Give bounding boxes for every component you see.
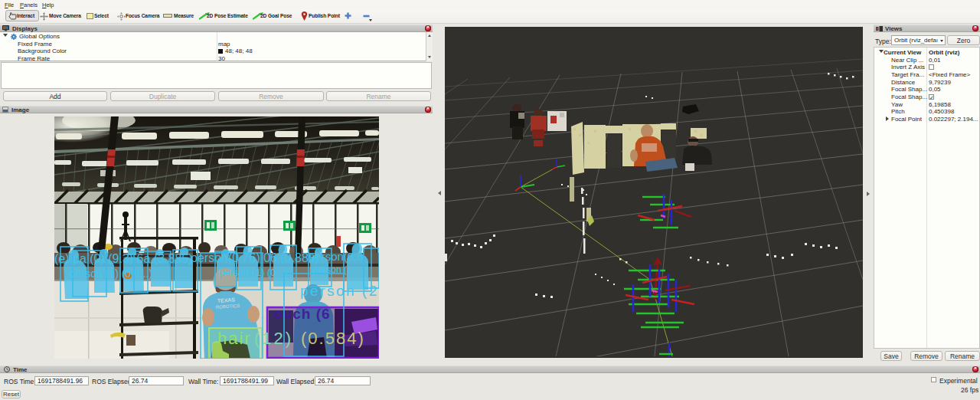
svg-text:ouch (6: ouch (6 — [273, 306, 331, 322]
svg-text:person(0.6: person(0.6 — [309, 250, 364, 263]
svg-text:person (2: person (2 — [300, 283, 379, 299]
svg-text:(12): (12) — [254, 329, 293, 348]
svg-text:person (1) (0.6...): person (1) (0.6...) — [70, 267, 152, 280]
svg-text:(e) pa (0) (9.3) 6a (3.885): (e) pa (0) (9.3) 6a (3.885) — [54, 252, 193, 265]
svg-text:person (...: person (... — [313, 264, 354, 275]
svg-text:(0.584): (0.584) — [301, 329, 365, 348]
svg-text:person(0.76) 06 (0.885): person(0.76) 06 (0.885) — [191, 251, 319, 264]
svg-text:hair: hair — [217, 329, 252, 348]
svg-text:person (1) (0...): person (1) (0...) — [219, 267, 288, 278]
